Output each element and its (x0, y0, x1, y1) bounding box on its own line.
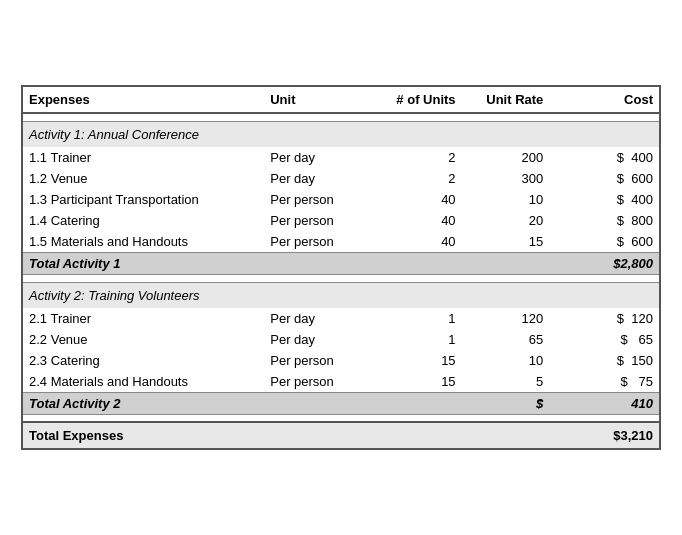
expense-label: 1.1 Trainer (23, 147, 264, 168)
cost-value: $ 150 (549, 350, 659, 371)
cost-value: $ 600 (549, 231, 659, 253)
rate-value: 300 (462, 168, 550, 189)
unit-label: Per day (264, 147, 374, 168)
table-row: 1.5 Materials and Handouts Per person 40… (23, 231, 659, 253)
expense-label: 1.5 Materials and Handouts (23, 231, 264, 253)
units-value: 40 (374, 210, 462, 231)
units-value: 2 (374, 147, 462, 168)
rate-value: 20 (462, 210, 550, 231)
unit-label: Per day (264, 329, 374, 350)
expenses-table: Expenses Unit # of Units Unit Rate Cost … (21, 85, 661, 450)
expense-label: 2.3 Catering (23, 350, 264, 371)
cost-value: $ 600 (549, 168, 659, 189)
activity1-total-row: Total Activity 1 $2,800 (23, 252, 659, 274)
table-row: 2.2 Venue Per day 1 65 $ 65 (23, 329, 659, 350)
spacer-row-top (23, 113, 659, 121)
unit-label: Per day (264, 168, 374, 189)
rate-value: 15 (462, 231, 550, 253)
expense-label: 1.4 Catering (23, 210, 264, 231)
rate-value: 200 (462, 147, 550, 168)
activity2-total-cost: 410 (549, 392, 659, 414)
rate-value: 5 (462, 371, 550, 393)
grand-total-cost: $3,210 (549, 422, 659, 448)
activity2-total-row: Total Activity 2 $ 410 (23, 392, 659, 414)
rate-value: 65 (462, 329, 550, 350)
table-row: 1.1 Trainer Per day 2 200 $ 400 (23, 147, 659, 168)
table-row: 2.3 Catering Per person 15 10 $ 150 (23, 350, 659, 371)
header-unit-rate: Unit Rate (462, 87, 550, 113)
activity1-total-label: Total Activity 1 (23, 252, 549, 274)
units-value: 1 (374, 308, 462, 329)
header-expenses: Expenses (23, 87, 264, 113)
unit-label: Per person (264, 210, 374, 231)
unit-label: Per person (264, 189, 374, 210)
unit-label: Per person (264, 371, 374, 393)
spacer-row-bottom (23, 414, 659, 422)
activity2-title: Activity 2: Training Volunteers (23, 282, 659, 308)
expense-label: 1.3 Participant Transportation (23, 189, 264, 210)
units-value: 15 (374, 371, 462, 393)
activity1-header-row: Activity 1: Annual Conference (23, 121, 659, 147)
expense-label: 1.2 Venue (23, 168, 264, 189)
unit-label: Per person (264, 231, 374, 253)
units-value: 15 (374, 350, 462, 371)
expense-label: 2.2 Venue (23, 329, 264, 350)
units-value: 40 (374, 189, 462, 210)
cost-value: $ 65 (549, 329, 659, 350)
rate-value: 10 (462, 189, 550, 210)
activity2-total-label: Total Activity 2 (23, 392, 462, 414)
table-row: 2.4 Materials and Handouts Per person 15… (23, 371, 659, 393)
units-value: 1 (374, 329, 462, 350)
cost-value: $ 800 (549, 210, 659, 231)
activity2-header-row: Activity 2: Training Volunteers (23, 282, 659, 308)
rate-value: 10 (462, 350, 550, 371)
table-row: 1.2 Venue Per day 2 300 $ 600 (23, 168, 659, 189)
expense-label: 2.4 Materials and Handouts (23, 371, 264, 393)
unit-label: Per day (264, 308, 374, 329)
header-num-units: # of Units (374, 87, 462, 113)
header-cost: Cost (549, 87, 659, 113)
cost-value: $ 400 (549, 147, 659, 168)
cost-value: $ 400 (549, 189, 659, 210)
rate-value: 120 (462, 308, 550, 329)
grand-total-row: Total Expenses $3,210 (23, 422, 659, 448)
units-value: 2 (374, 168, 462, 189)
unit-label: Per person (264, 350, 374, 371)
header-unit: Unit (264, 87, 374, 113)
activity1-title: Activity 1: Annual Conference (23, 121, 659, 147)
activity1-total-cost: $2,800 (549, 252, 659, 274)
cost-value: $ 75 (549, 371, 659, 393)
table-header: Expenses Unit # of Units Unit Rate Cost (23, 87, 659, 113)
table-row: 1.4 Catering Per person 40 20 $ 800 (23, 210, 659, 231)
spacer-row-middle (23, 274, 659, 282)
cost-value: $ 120 (549, 308, 659, 329)
activity2-total-dollar: $ (462, 392, 550, 414)
expense-label: 2.1 Trainer (23, 308, 264, 329)
units-value: 40 (374, 231, 462, 253)
table-row: 1.3 Participant Transportation Per perso… (23, 189, 659, 210)
grand-total-label: Total Expenses (23, 422, 549, 448)
table-row: 2.1 Trainer Per day 1 120 $ 120 (23, 308, 659, 329)
